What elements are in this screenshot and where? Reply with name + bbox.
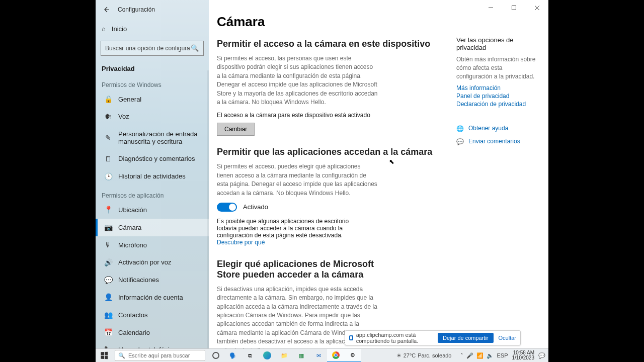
taskbar: 🔍 Escribe aquí para buscar 🗣️ ⧉ 📁 ▦ ✉ ⚙ … (96, 348, 548, 362)
sidebar: Configuración ⌂ Inicio 🔍 Privacidad Perm… (96, 0, 209, 348)
feedback-icon: 🗒 (104, 155, 112, 163)
task-view-button[interactable]: ⧉ (242, 349, 259, 362)
nav-group-heading: Permisos de Windows (96, 74, 209, 90)
more-info-link[interactable]: Más información (456, 84, 539, 92)
wifi-icon[interactable]: 📶 (476, 352, 484, 359)
contacts-icon: 👥 (104, 311, 112, 319)
feedback-icon: 💬 (456, 138, 463, 145)
section-description: Si permites el acceso, las personas que … (217, 54, 378, 107)
chrome-icon (332, 351, 340, 359)
device-access-status: El acceso a la cámara para este disposit… (217, 112, 433, 119)
clock[interactable]: 10:58 AM 1/10/2023 (512, 350, 535, 361)
system-tray[interactable]: ˄ 🎤 📶 🔈 ESP (460, 352, 508, 359)
history-icon: 🕑 (104, 172, 112, 181)
cortana-button[interactable] (207, 349, 224, 362)
sharing-indicator-icon (349, 335, 353, 340)
nav-inking[interactable]: ✎Personalización de entrada manuscrita y… (96, 126, 209, 150)
edge-icon (263, 351, 271, 359)
hide-sharing-button[interactable]: Ocultar (499, 335, 516, 341)
account-icon: 👤 (104, 293, 112, 302)
apps-access-toggle[interactable] (217, 203, 237, 212)
notifications-icon[interactable]: 💬 (538, 352, 545, 359)
task-view-icon: ⧉ (248, 352, 252, 359)
sheets-button[interactable]: ▦ (293, 349, 310, 362)
volume-icon[interactable]: 🔈 (487, 352, 494, 359)
section-heading: Permitir el acceso a la cámara en este d… (217, 39, 433, 49)
start-button[interactable] (96, 349, 113, 362)
weather-widget[interactable]: ☀ 27°C Parc. soleado (396, 352, 452, 359)
nav-activity[interactable]: 🕑Historial de actividades (96, 168, 209, 186)
nav-voice[interactable]: 🗣Voz (96, 108, 209, 126)
search-input[interactable] (101, 41, 204, 56)
speech-button[interactable]: 🗣️ (224, 349, 242, 362)
section-description: Si permites el acceso, puedes elegir qué… (217, 162, 378, 198)
lock-icon: 🔒 (104, 95, 112, 104)
language-indicator[interactable]: ESP (497, 352, 508, 358)
location-icon: 📍 (104, 206, 112, 214)
settings-taskbar-button[interactable]: ⚙ (344, 349, 361, 362)
nav-contacts[interactable]: 👥Contactos (96, 306, 209, 324)
rail-title: Ver las opciones de privacidad (456, 36, 539, 51)
sheets-icon: ▦ (299, 352, 304, 359)
nav-group-heading: Permisos de aplicación (96, 185, 209, 201)
rail-description: Obtén más información sobre cómo afecta … (456, 55, 539, 80)
privacy-statement-link[interactable]: Declaración de privacidad (456, 101, 539, 108)
edge-button[interactable] (259, 349, 276, 362)
page-title: Cámara (217, 14, 433, 30)
nav-voice-activation[interactable]: 🔊Activación por voz (96, 254, 209, 272)
taskbar-pinned: 🗣️ ⧉ 📁 ▦ ✉ ⚙ (207, 349, 361, 362)
chrome-button[interactable] (327, 349, 344, 362)
nav-camera[interactable]: 📷Cámara (96, 219, 209, 236)
date: 1/10/2023 (512, 355, 535, 361)
desktop-apps-note: Es posible que algunas aplicaciones de e… (217, 218, 368, 246)
speech-icon: 🗣️ (229, 352, 236, 359)
taskbar-search[interactable]: 🔍 Escribe aquí para buscar (115, 350, 205, 361)
window-title: Configuración (118, 6, 155, 13)
nav-notifications[interactable]: 💬Notificaciones (96, 272, 209, 289)
microphone-tray-icon[interactable]: 🎤 (466, 352, 473, 359)
nav-location[interactable]: 📍Ubicación (96, 201, 209, 219)
back-button[interactable] (102, 5, 111, 14)
microphone-icon: 🎙 (104, 241, 112, 249)
screen-sharing-bar: app.clipchamp.com está compartiendo tu p… (345, 330, 521, 345)
category-heading: Privacidad (96, 61, 209, 74)
letterbox (0, 0, 96, 362)
cortana-icon (212, 352, 219, 359)
calendar-icon: 📅 (104, 328, 112, 337)
explorer-button[interactable]: 📁 (276, 349, 293, 362)
home-label: Inicio (112, 25, 127, 33)
nav-microphone[interactable]: 🎙Micrófono (96, 236, 209, 254)
settings-window: Configuración ⌂ Inicio 🔍 Privacidad Perm… (96, 0, 548, 362)
chevron-up-icon[interactable]: ˄ (460, 352, 463, 359)
search-placeholder: Escribe aquí para buscar (128, 352, 190, 358)
windows-icon (101, 352, 108, 359)
nav-calendar[interactable]: 📅Calendario (96, 324, 209, 341)
taskbar-tray: ☀ 27°C Parc. soleado ˄ 🎤 📶 🔈 ESP 10:58 A… (396, 349, 548, 362)
privacy-dashboard-link[interactable]: Panel de privacidad (456, 93, 539, 100)
main-content: Cámara Permitir el acceso a la cámara en… (209, 0, 548, 348)
section-heading: Permitir que las aplicaciones accedan a … (217, 147, 433, 157)
stop-sharing-button[interactable]: Dejar de compartir (438, 333, 493, 343)
search-icon: 🔍 (118, 352, 125, 359)
weather-temp: 27°C (404, 352, 416, 358)
mail-button[interactable]: ✉ (310, 349, 327, 362)
notifications-icon: 💬 (104, 276, 112, 285)
folder-icon: 📁 (281, 352, 288, 359)
nav-account-info[interactable]: 👤Información de cuenta (96, 289, 209, 306)
search-icon: 🔍 (191, 44, 199, 52)
weather-desc: Parc. soleado (418, 352, 451, 358)
home-button[interactable]: ⌂ Inicio (96, 20, 209, 38)
sharing-message: app.clipchamp.com está compartiendo tu p… (349, 332, 433, 344)
nav-diagnostics[interactable]: 🗒Diagnóstico y comentarios (96, 150, 209, 168)
toggle-state: Activado (243, 203, 268, 211)
camera-icon: 📷 (104, 223, 112, 232)
give-feedback-link[interactable]: Enviar comentarios (468, 138, 520, 145)
voice-icon: 🗣 (104, 113, 112, 121)
mail-icon: ✉ (316, 352, 321, 359)
pen-icon: ✎ (104, 134, 112, 142)
get-help-link[interactable]: Obtener ayuda (468, 125, 508, 132)
change-button[interactable]: Cambiar (217, 123, 255, 136)
gear-icon: ⚙ (350, 352, 355, 358)
nav-general[interactable]: 🔒General (96, 90, 209, 108)
discover-why-link[interactable]: Descubre por qué (217, 239, 265, 246)
